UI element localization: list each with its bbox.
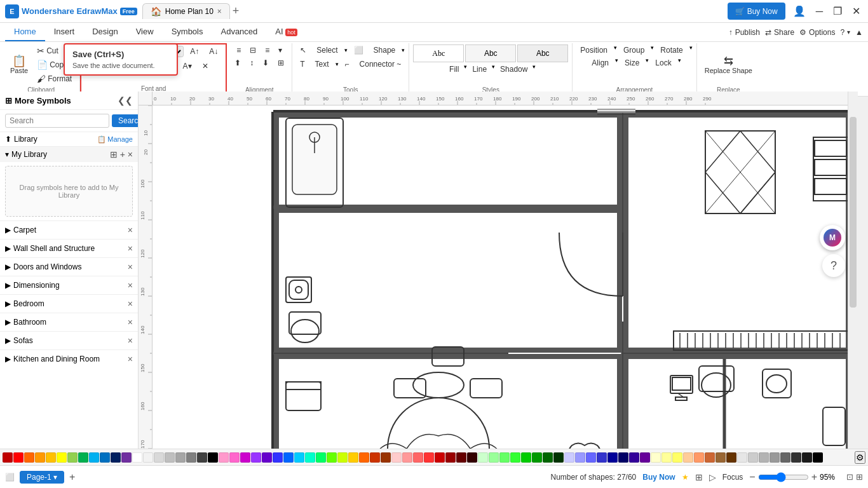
new-tab-button[interactable]: + bbox=[233, 4, 240, 18]
color-swatch[interactable] bbox=[499, 452, 510, 463]
color-swatch[interactable] bbox=[262, 452, 272, 463]
canvas-area[interactable]: 0 10 20 30 40 50 60 70 80 90 1 bbox=[139, 92, 858, 465]
increase-font-button[interactable]: A↑ bbox=[186, 46, 203, 57]
color-swatch[interactable] bbox=[67, 452, 78, 463]
color-swatch[interactable] bbox=[143, 452, 153, 463]
style-preview-abc-3[interactable]: Abc bbox=[517, 44, 568, 62]
align-dropdown-button[interactable]: ▾ bbox=[275, 44, 286, 56]
page-tab-active[interactable]: Page-1 ▾ bbox=[20, 471, 64, 484]
color-swatch[interactable] bbox=[661, 452, 672, 463]
color-swatch[interactable] bbox=[46, 452, 56, 463]
valign-bot-button[interactable]: ⬇ bbox=[259, 57, 273, 69]
color-swatch[interactable] bbox=[78, 452, 88, 463]
focus-button[interactable]: Focus bbox=[722, 473, 743, 482]
color-swatch[interactable] bbox=[791, 452, 801, 463]
category-row-bedroom[interactable]: ▶ Bedroom × bbox=[0, 294, 138, 313]
color-swatch[interactable] bbox=[208, 452, 218, 463]
color-swatch[interactable] bbox=[629, 452, 639, 463]
color-swatch[interactable] bbox=[391, 452, 402, 463]
select-dropdown-button[interactable]: Select bbox=[313, 44, 341, 56]
connector-tool-button[interactable]: ⌐ bbox=[341, 58, 353, 70]
color-swatch[interactable] bbox=[456, 452, 466, 463]
my-library-grid-button[interactable]: ⊞ bbox=[110, 149, 118, 159]
line-button[interactable]: Line bbox=[468, 64, 491, 75]
category-close-sofas[interactable]: × bbox=[128, 336, 133, 346]
paste-button[interactable]: 📋Paste bbox=[6, 54, 32, 76]
status-layers-button[interactable]: ⊞ bbox=[695, 472, 703, 482]
rotate-button[interactable]: Rotate bbox=[656, 44, 686, 56]
category-row-kitchen[interactable]: ▶ Kitchen and Dining Room × bbox=[0, 349, 138, 368]
color-swatch[interactable] bbox=[305, 452, 315, 463]
color-swatch[interactable] bbox=[348, 452, 358, 463]
align-left-button[interactable]: ≡ bbox=[233, 44, 245, 56]
color-swatch[interactable] bbox=[607, 452, 618, 463]
category-close-kitchen[interactable]: × bbox=[128, 354, 133, 364]
buy-now-status-button[interactable]: Buy Now bbox=[642, 473, 675, 482]
help-button[interactable]: ? ▾ bbox=[840, 28, 850, 37]
group-button[interactable]: Group bbox=[620, 44, 648, 56]
color-swatch[interactable] bbox=[337, 452, 348, 463]
edraw-float-button[interactable]: M bbox=[820, 225, 845, 250]
color-swatch[interactable] bbox=[575, 452, 585, 463]
color-swatch[interactable] bbox=[780, 452, 790, 463]
search-input[interactable] bbox=[5, 114, 109, 128]
color-swatch[interactable] bbox=[283, 452, 294, 463]
color-swatch[interactable] bbox=[402, 452, 412, 463]
my-library-close-button[interactable]: × bbox=[128, 149, 133, 159]
color-swatch[interactable] bbox=[186, 452, 196, 463]
color-swatch[interactable] bbox=[467, 452, 477, 463]
color-swatch[interactable] bbox=[532, 452, 542, 463]
style-preview-abc-2[interactable]: Abc bbox=[465, 44, 516, 62]
fill-button[interactable]: Fill bbox=[445, 64, 463, 75]
color-swatch[interactable] bbox=[770, 452, 780, 463]
zoom-slider[interactable] bbox=[758, 472, 809, 482]
category-close-dim[interactable]: × bbox=[128, 280, 133, 290]
align-center-button[interactable]: ⊟ bbox=[246, 44, 260, 56]
category-row-dimensioning[interactable]: ▶ Dimensioning × bbox=[0, 276, 138, 294]
maximize-button[interactable]: ❐ bbox=[831, 3, 844, 20]
scrollbar-right[interactable] bbox=[848, 92, 858, 465]
color-swatch[interactable] bbox=[683, 452, 693, 463]
tab-close-btn[interactable]: × bbox=[217, 7, 222, 16]
lock-button[interactable]: Lock bbox=[651, 57, 675, 69]
category-close-bath[interactable]: × bbox=[128, 317, 133, 327]
color-swatch[interactable] bbox=[316, 452, 326, 463]
color-swatch[interactable] bbox=[359, 452, 369, 463]
style-preview-abc-1[interactable]: Abc bbox=[413, 44, 464, 62]
manage-button[interactable]: 📋 Manage bbox=[97, 135, 133, 144]
fit-width-button[interactable]: ⊞ bbox=[856, 472, 863, 482]
color-swatch[interactable] bbox=[597, 452, 607, 463]
category-row-doors[interactable]: ▶ Doors and Windows × bbox=[0, 257, 138, 276]
buy-now-button[interactable]: 🛒 Buy Now bbox=[728, 3, 785, 20]
color-swatch[interactable] bbox=[370, 452, 380, 463]
add-page-button[interactable]: + bbox=[69, 471, 75, 483]
search-button[interactable]: Search bbox=[112, 114, 139, 127]
font-color-button[interactable]: A▾ bbox=[179, 60, 196, 72]
color-swatch[interactable] bbox=[715, 452, 726, 463]
user-profile-button[interactable]: 👤 bbox=[790, 3, 808, 20]
color-swatch[interactable] bbox=[478, 452, 488, 463]
decrease-font-button[interactable]: A↓ bbox=[205, 46, 222, 57]
color-swatch[interactable] bbox=[111, 452, 121, 463]
color-swatch[interactable] bbox=[759, 452, 769, 463]
category-row-wall-shell[interactable]: ▶ Wall Shell and Structure × bbox=[0, 239, 138, 257]
color-swatch[interactable] bbox=[24, 452, 34, 463]
category-row-bathroom[interactable]: ▶ Bathroom × bbox=[0, 313, 138, 331]
valign-top-button[interactable]: ⬆ bbox=[231, 57, 245, 69]
color-swatch[interactable] bbox=[175, 452, 186, 463]
color-swatch[interactable] bbox=[100, 452, 110, 463]
color-settings-button[interactable]: ⚙ bbox=[855, 451, 865, 464]
color-swatch[interactable] bbox=[510, 452, 520, 463]
color-swatch[interactable] bbox=[251, 452, 261, 463]
category-close-wall[interactable]: × bbox=[128, 243, 133, 254]
color-swatch[interactable] bbox=[543, 452, 553, 463]
color-swatch[interactable] bbox=[294, 452, 304, 463]
color-swatch[interactable] bbox=[586, 452, 596, 463]
my-library-add-button[interactable]: + bbox=[120, 149, 125, 159]
color-swatch[interactable] bbox=[521, 452, 531, 463]
color-swatch[interactable] bbox=[424, 452, 434, 463]
color-swatch[interactable] bbox=[165, 452, 175, 463]
color-swatch[interactable] bbox=[413, 452, 423, 463]
ribbon-tab-ai[interactable]: AI hot bbox=[266, 23, 306, 41]
position-button[interactable]: Position bbox=[576, 44, 611, 56]
